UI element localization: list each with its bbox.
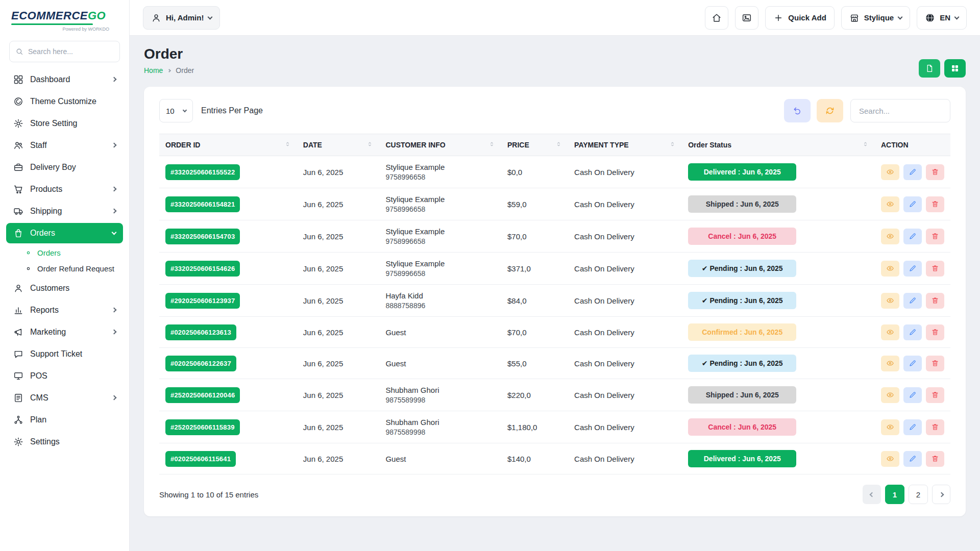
view-order-button[interactable] <box>881 387 899 403</box>
customer-name: Guest <box>385 359 495 368</box>
edit-order-button[interactable] <box>903 229 922 244</box>
sidebar-item-store-setting[interactable]: Store Setting <box>6 113 123 134</box>
edit-order-button[interactable] <box>903 419 922 435</box>
view-order-button[interactable] <box>881 293 899 309</box>
sidebar-item-staff[interactable]: Staff <box>6 135 123 156</box>
trash-icon <box>931 232 939 240</box>
edit-order-button[interactable] <box>903 164 922 180</box>
view-order-button[interactable] <box>881 196 899 212</box>
view-order-button[interactable] <box>881 356 899 371</box>
order-id-badge[interactable]: #2520250606120046 <box>165 387 240 403</box>
order-id-badge[interactable]: #3320250606154626 <box>165 261 240 277</box>
user-menu-button[interactable]: Hi, Admin! <box>143 6 220 30</box>
edit-order-button[interactable] <box>903 324 922 340</box>
sidebar-search-input[interactable] <box>9 41 120 62</box>
shipping-icon <box>13 206 23 216</box>
sidebar: ECOMMERCEGO Powered by WORKDO DashboardT… <box>0 0 130 551</box>
sidebar-subitem-orders[interactable]: Orders <box>6 245 123 261</box>
table-search-input[interactable] <box>850 99 950 122</box>
sidebar-item-delivery-boy[interactable]: Delivery Boy <box>6 157 123 178</box>
sidebar-item-marketing[interactable]: Marketing <box>6 322 123 342</box>
order-id-badge[interactable]: #020250606123613 <box>165 324 236 340</box>
language-button[interactable]: EN <box>917 6 967 30</box>
sidebar-item-shipping[interactable]: Shipping <box>6 201 123 221</box>
column-header-customer-info[interactable]: CUSTOMER INFO <box>379 134 501 156</box>
pagination-page-1[interactable]: 1 <box>885 485 904 504</box>
pencil-icon <box>909 232 917 240</box>
order-id-badge[interactable]: #020250606115641 <box>165 451 236 467</box>
edit-order-button[interactable] <box>903 356 922 371</box>
file-export-icon <box>925 64 934 73</box>
order-id-badge[interactable]: #020250606122637 <box>165 356 236 371</box>
order-price: $0,0 <box>501 156 568 188</box>
delete-order-button[interactable] <box>926 293 944 309</box>
column-header-order-id[interactable]: ORDER ID <box>159 134 297 156</box>
edit-order-button[interactable] <box>903 261 922 277</box>
view-order-button[interactable] <box>881 419 899 435</box>
breadcrumb-home[interactable]: Home <box>144 66 163 74</box>
column-header-price[interactable]: PRICE <box>501 134 568 156</box>
pagination-prev-button[interactable] <box>863 485 881 504</box>
table-row: #020250606123613Jun 6, 2025Guest$70,0Cas… <box>159 317 950 348</box>
order-id-badge[interactable]: #3320250606154821 <box>165 196 240 212</box>
order-id-badge[interactable]: #2920250606123937 <box>165 293 240 309</box>
entries-per-page-select[interactable]: 10 <box>159 99 193 122</box>
column-header-date[interactable]: DATE <box>297 134 380 156</box>
view-order-button[interactable] <box>881 229 899 244</box>
sidebar-subitem-order-refund-request[interactable]: Order Refund Request <box>6 261 123 277</box>
home-button[interactable] <box>705 6 728 30</box>
quick-add-button[interactable]: Quick Add <box>765 6 834 30</box>
order-status-badge: Delivered : Jun 6, 2025 <box>688 450 796 467</box>
order-id-badge[interactable]: #2520250606115839 <box>165 419 240 435</box>
sidebar-item-settings[interactable]: Settings <box>6 432 123 452</box>
edit-order-button[interactable] <box>903 387 922 403</box>
sidebar-item-dashboard[interactable]: Dashboard <box>6 69 123 90</box>
sidebar-item-theme-customize[interactable]: Theme Customize <box>6 91 123 112</box>
delete-order-button[interactable] <box>926 451 944 467</box>
sidebar-item-customers[interactable]: Customers <box>6 278 123 298</box>
edit-order-button[interactable] <box>903 451 922 467</box>
grid-view-button[interactable] <box>944 59 966 78</box>
edit-order-button[interactable] <box>903 196 922 212</box>
delete-order-button[interactable] <box>926 229 944 244</box>
column-header-payment-type[interactable]: PAYMENT TYPE <box>568 134 682 156</box>
order-id-badge[interactable]: #3320250606154703 <box>165 229 240 244</box>
column-header-order-status[interactable]: Order Status <box>682 134 875 156</box>
pagination-page-2[interactable]: 2 <box>909 485 928 504</box>
pencil-icon <box>909 200 917 208</box>
order-status-badge: Cancel : Jun 6, 2025 <box>688 418 796 436</box>
sidebar-item-reports[interactable]: Reports <box>6 300 123 320</box>
sidebar-item-plan[interactable]: Plan <box>6 410 123 430</box>
view-order-button[interactable] <box>881 164 899 180</box>
chevron-right-icon <box>112 143 117 148</box>
delete-order-button[interactable] <box>926 196 944 212</box>
delete-order-button[interactable] <box>926 387 944 403</box>
gallery-button[interactable] <box>735 6 758 30</box>
undo-button[interactable] <box>784 99 811 122</box>
delete-order-button[interactable] <box>926 356 944 371</box>
sidebar-item-cms[interactable]: CMS <box>6 388 123 408</box>
pagination-next-button[interactable] <box>932 485 950 504</box>
view-order-button[interactable] <box>881 451 899 467</box>
delete-order-button[interactable] <box>926 261 944 277</box>
order-status-badge: ✔ Pending : Jun 6, 2025 <box>688 260 796 277</box>
sidebar-item-label: Settings <box>30 437 60 446</box>
sidebar-item-label: Support Ticket <box>30 349 82 359</box>
trash-icon <box>931 328 939 336</box>
view-order-button[interactable] <box>881 324 899 340</box>
view-order-button[interactable] <box>881 261 899 277</box>
sidebar-item-products[interactable]: Products <box>6 179 123 199</box>
export-button[interactable] <box>919 59 940 78</box>
sidebar-item-pos[interactable]: POS <box>6 366 123 386</box>
sidebar-subitem-label: Orders <box>37 248 61 257</box>
delete-order-button[interactable] <box>926 164 944 180</box>
sidebar-item-orders[interactable]: Orders <box>6 223 123 243</box>
delete-order-button[interactable] <box>926 324 944 340</box>
edit-order-button[interactable] <box>903 293 922 309</box>
delete-order-button[interactable] <box>926 419 944 435</box>
store-switcher-button[interactable]: Stylique <box>841 6 910 30</box>
refresh-button[interactable] <box>817 99 843 122</box>
sidebar-item-label: Shipping <box>30 207 62 216</box>
order-id-badge[interactable]: #3320250606155522 <box>165 164 240 180</box>
sidebar-item-support-ticket[interactable]: Support Ticket <box>6 344 123 364</box>
